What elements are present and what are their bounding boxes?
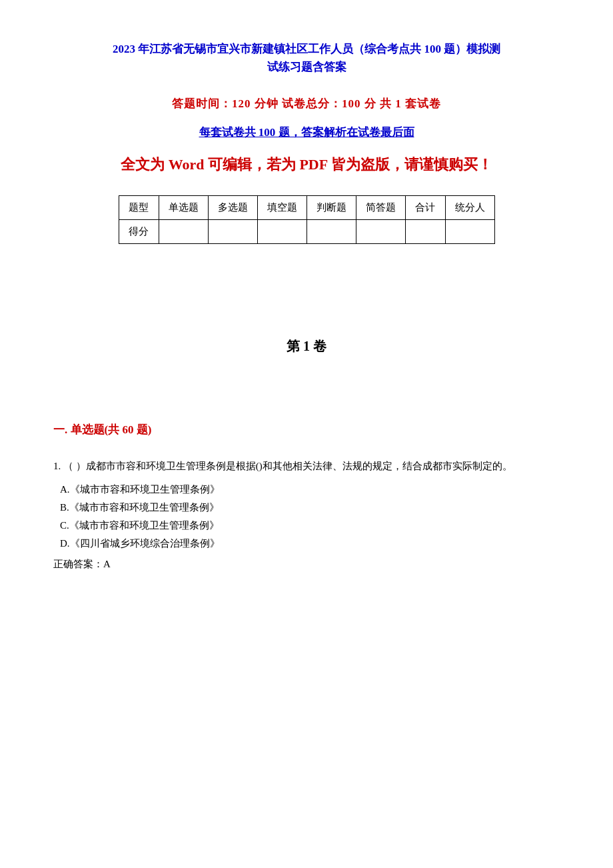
- option-b: B.《城市市容和环境卫生管理条例》: [60, 499, 560, 517]
- col-header-scorer: 统分人: [445, 196, 494, 220]
- option-d: D.《四川省城乡环境综合治理条例》: [60, 535, 560, 553]
- question-block: 1. （ ）成都市市容和环境卫生管理条例是根据()和其他相关法律、法规的规定，结…: [53, 457, 560, 573]
- exam-warning: 全文为 Word 可编辑，若为 PDF 皆为盗版，请谨慎购买！: [53, 153, 560, 175]
- page-title: 2023 年江苏省无锡市宜兴市新建镇社区工作人员（综合考点共 100 题）模拟测…: [53, 40, 560, 76]
- question-options: A.《城市市容和环境卫生管理条例》 B.《城市市容和环境卫生管理条例》 C.《城…: [53, 481, 560, 553]
- option-a: A.《城市市容和环境卫生管理条例》: [60, 481, 560, 499]
- section-title: 一. 单选题(共 60 题): [53, 422, 560, 437]
- col-header-single: 单选题: [159, 196, 208, 220]
- score-single: [159, 220, 208, 244]
- score-fill: [257, 220, 306, 244]
- question-text: 1. （ ）成都市市容和环境卫生管理条例是根据()和其他相关法律、法规的规定，结…: [53, 457, 560, 475]
- row-label-score: 得分: [119, 220, 159, 244]
- col-header-short: 简答题: [356, 196, 405, 220]
- score-judge: [306, 220, 356, 244]
- col-header-total: 合计: [405, 196, 445, 220]
- score-short: [356, 220, 405, 244]
- col-header-fill: 填空题: [257, 196, 306, 220]
- score-total: [405, 220, 445, 244]
- score-table: 题型 单选题 多选题 填空题 判断题 简答题 合计 统分人 得分: [119, 195, 495, 244]
- score-scorer: [445, 220, 494, 244]
- score-multi: [208, 220, 257, 244]
- exam-notice: 每套试卷共 100 题，答案解析在试卷最后面: [53, 125, 560, 140]
- volume-header: 第 1 卷: [53, 337, 560, 355]
- col-header-judge: 判断题: [306, 196, 356, 220]
- col-header-type: 题型: [119, 196, 159, 220]
- exam-info: 答题时间：120 分钟 试卷总分：100 分 共 1 套试卷: [53, 96, 560, 111]
- option-c: C.《城市市容和环境卫生管理条例》: [60, 517, 560, 535]
- answer: 正确答案：A: [53, 555, 560, 573]
- col-header-multi: 多选题: [208, 196, 257, 220]
